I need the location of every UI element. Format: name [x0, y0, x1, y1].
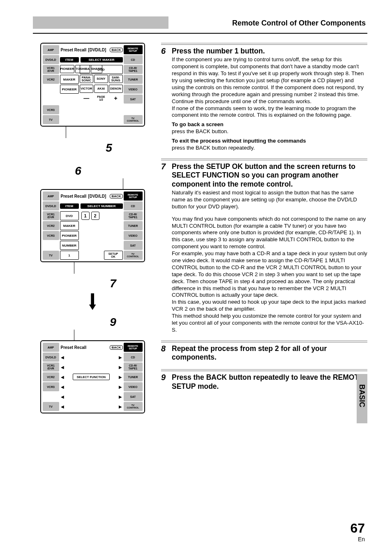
left-arrow-icon[interactable]: ◀ — [61, 355, 64, 360]
preset-recall-label-3: Preset Recall — [61, 345, 87, 350]
callout-7: 7 — [110, 277, 116, 290]
right-arrow-icon[interactable]: ▶ — [119, 375, 122, 379]
header-underline — [33, 33, 367, 34]
video-label-3: VIDEO — [124, 382, 143, 391]
select-number-header: SELECT NUMBER — [81, 203, 123, 209]
header-grey-block — [33, 16, 168, 29]
cdr-label-3: CD-R/ TAPE1 — [124, 362, 143, 372]
step-number-6: 6 — [161, 47, 168, 152]
vcr2-label: VCR2 — [43, 75, 59, 84]
left-arrow-icon[interactable]: ◀ — [61, 404, 64, 409]
maker-pioneer[interactable]: PIONEER — [60, 65, 75, 73]
text-column: 6 Press the number 1 button. If the comp… — [161, 43, 367, 413]
step-9-heading: Press the BACK button repeatedly to leav… — [172, 373, 367, 391]
back-button-3[interactable]: BACK — [110, 345, 122, 350]
step-rule-dark — [161, 371, 367, 371]
step-number-7: 7 — [161, 162, 168, 334]
cd-label-2: CD — [124, 201, 143, 210]
left-arrow-icon[interactable]: ◀ — [61, 395, 64, 399]
item-pioneer: PIONEER — [60, 85, 79, 94]
step-7-p4: In this case, you would need to hook up … — [172, 299, 367, 313]
maker-toshiba[interactable]: TOSHIBA — [75, 65, 90, 73]
left-arrow-icon[interactable]: ◀ — [61, 365, 64, 369]
number-2-button[interactable]: 2 — [91, 212, 99, 220]
item-number-2: NUMBER — [60, 241, 79, 250]
select-function-label: SELECT FUNCTION — [73, 374, 110, 380]
device-bracket: [DVD/LD] — [88, 48, 106, 52]
right-arrow-icon[interactable]: ▶ — [119, 385, 122, 389]
maker-sharp[interactable]: SHARP — [91, 65, 102, 73]
right-arrow-icon[interactable]: ▶ — [119, 365, 122, 369]
tuner-label: TUNER — [124, 75, 143, 84]
item-one: 1 — [60, 251, 79, 260]
cdr-label-2: CD-R/ TAPE1 — [124, 211, 143, 220]
step-6-sub1-body: press the BACK button. — [172, 128, 367, 135]
lcd-panel-1: AMP Preset Recall [DVD/LD] BACK REMOTE S… — [40, 43, 145, 127]
step-8-heading: Repeat the process from step 2 for all o… — [172, 344, 367, 362]
vcr2-label-2: VCR2 — [43, 221, 59, 230]
lcd-panel-2: AMP Preset Recall [DVD/LD] BACK REMOTE S… — [40, 189, 145, 262]
item-header: ITEM — [60, 57, 79, 62]
step-7: 7 Press the SETUP OK button and the scre… — [161, 162, 367, 334]
step-rule-dark — [161, 342, 367, 342]
callout-line-9 — [74, 330, 74, 340]
remote-setup-label: REMOTE SETUP — [124, 45, 143, 54]
right-arrow-icon[interactable]: ▶ — [119, 395, 122, 399]
figures-column: AMP Preset Recall [DVD/LD] BACK REMOTE S… — [33, 43, 152, 413]
step-6: 6 Press the number 1 button. If the comp… — [161, 47, 367, 152]
page-plus[interactable]: + — [109, 95, 123, 103]
step-rule — [161, 158, 367, 159]
tvcontrol-label-3: TV CONTROL — [124, 402, 143, 411]
vcr3-label-3: VCR3 — [43, 382, 59, 391]
page-indicator: PAGE 1/2 — [94, 95, 108, 103]
step-7-p3: For example, you may have both a CD-R an… — [172, 250, 367, 299]
vcr1-label-3: VCR1 /DVR — [43, 362, 59, 372]
amp-label: AMP — [43, 45, 59, 54]
video-label: VIDEO — [124, 85, 143, 94]
item-maker: MAKER — [60, 75, 79, 84]
back-button[interactable]: BACK — [110, 48, 122, 52]
page-lang: En — [350, 536, 365, 542]
setup-ok-button[interactable]: SETUP OK — [104, 251, 123, 260]
back-button-2[interactable]: BACK — [110, 194, 122, 199]
callout-line-6 — [123, 178, 123, 189]
right-arrow-icon[interactable]: ▶ — [119, 355, 122, 360]
sat-label-3: SAT — [124, 392, 143, 401]
page-title: Remote Control of Other Components — [168, 16, 367, 29]
tuner-label-2: TUNER — [124, 221, 143, 230]
tv-label-3: TV — [43, 402, 59, 411]
maker-akai[interactable]: AKAI — [94, 85, 108, 93]
maker-samsung[interactable]: SAM- SUNG — [109, 75, 123, 83]
maker-victor[interactable]: VICTOR — [80, 85, 94, 93]
amp-label-2: AMP — [43, 192, 59, 201]
maker-panasonic[interactable]: PANA- SONIC — [80, 75, 94, 83]
tv-label: TV — [43, 115, 59, 124]
sat-label-2: SAT — [124, 241, 143, 250]
maker-denon[interactable]: DENON — [109, 85, 123, 93]
step-rule — [161, 369, 367, 370]
item-dvd-2: DVD — [60, 211, 79, 220]
device-bracket-2: [DVD/LD] — [88, 194, 106, 199]
vcr2-label-3: VCR2 — [43, 372, 59, 381]
step-7-p2: You may find you have components which d… — [172, 216, 367, 250]
step-7-p5: This method should help you customize th… — [172, 313, 367, 334]
side-tab-label: BASIC — [357, 384, 366, 407]
step-7-p1: Naturally it's easiest and most logical … — [172, 189, 367, 210]
step-number-8: 8 — [161, 344, 168, 363]
lcd-panel-3: AMP Preset Recall BACK REMOTE SETUP DVD/… — [40, 340, 145, 413]
callout-6: 6 — [75, 164, 81, 178]
number-1-button[interactable]: 1 — [81, 212, 90, 220]
page-number-block: 67 En — [350, 521, 365, 542]
tvcontrol-label-2: TV CONTROL — [124, 251, 143, 260]
amp-label-3: AMP — [43, 343, 59, 352]
right-arrow-icon[interactable]: ▶ — [119, 404, 122, 409]
left-arrow-icon[interactable]: ◀ — [61, 385, 64, 389]
step-6-sub2-body: press the BACK button repeatedly. — [172, 145, 367, 152]
left-arrow-icon[interactable]: ◀ — [61, 375, 64, 379]
step-6-p2: If none of the commands seem to work, tr… — [172, 105, 367, 119]
callout-9: 9 — [110, 316, 116, 329]
select-maker-header: SELECT MAKER — [81, 57, 123, 62]
page-minus[interactable]: — — [80, 95, 94, 103]
maker-sony[interactable]: SONY — [94, 75, 108, 83]
tuner-label-3: TUNER — [124, 372, 143, 381]
